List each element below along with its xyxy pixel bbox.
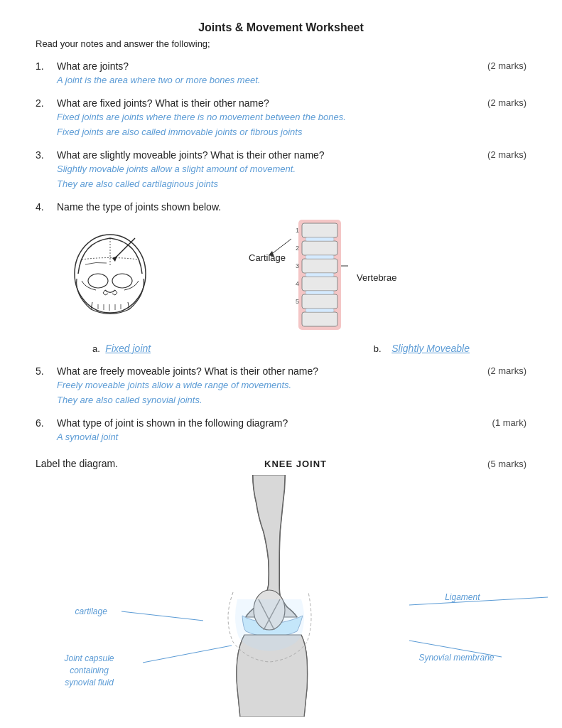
- diagrams-row: Cartilage: [57, 220, 526, 336]
- svg-rect-14: [302, 277, 337, 291]
- svg-rect-15: [302, 294, 337, 309]
- diagram-labels-row: a. Fixed joint b. Slightly Moveable: [57, 343, 526, 354]
- svg-rect-17: [306, 237, 334, 241]
- q2-text: What are fixed joints? What is their oth…: [57, 97, 269, 109]
- svg-text:4: 4: [296, 280, 299, 287]
- question-4: Name the type of joints shown below.: [57, 201, 526, 354]
- svg-rect-18: [306, 255, 334, 259]
- joint-capsule-annotation: Joint capsulecontainingsynovial fluid: [65, 653, 114, 688]
- q5-answer-1: Freely moveable joints allow a wide rang…: [57, 378, 526, 392]
- q5-text: What are freely moveable joints? What is…: [57, 365, 318, 377]
- label-a: Fixed joint: [105, 343, 151, 354]
- q2-answer-1: Fixed joints are joints where there is n…: [57, 110, 526, 124]
- question-1: What are joints? (2 marks) A joint is th…: [57, 60, 526, 87]
- label-diagram-text: Label the diagram.: [36, 458, 118, 469]
- knee-title-row: Label the diagram. KNEE JOINT (5 marks): [36, 458, 526, 469]
- knee-joint-title: KNEE JOINT: [118, 459, 473, 469]
- diagrams-section: Cartilage: [57, 220, 526, 354]
- svg-rect-12: [302, 241, 337, 255]
- q3-answer-2: They are also called cartilaginous joint…: [57, 177, 526, 191]
- cartilage-label-area: Cartilage: [249, 252, 286, 302]
- q1-text: What are joints?: [57, 60, 129, 72]
- label-b-area: b. Slightly Moveable: [374, 343, 470, 354]
- svg-text:1: 1: [296, 227, 299, 234]
- svg-rect-11: [302, 223, 337, 237]
- svg-point-3: [88, 274, 108, 288]
- q5-marks: (2 marks): [487, 365, 526, 376]
- q4-text: Name the type of joints shown below.: [57, 201, 221, 213]
- q6-answer: A synovial joint: [57, 430, 526, 444]
- svg-rect-20: [306, 291, 334, 294]
- svg-rect-16: [302, 312, 337, 326]
- knee-svg: [153, 475, 395, 717]
- vertebrae-label-area: Vertebrae: [357, 272, 396, 283]
- question-2: What are fixed joints? What is their oth…: [57, 97, 526, 139]
- question-3: What are slightly moveable joints? What …: [57, 149, 526, 191]
- label-a-prefix: a.: [92, 343, 102, 354]
- vertebrae-label: Vertebrae: [357, 272, 396, 283]
- question-6: What type of joint is shown in the follo…: [57, 417, 526, 444]
- q5-answer-2: They are also called synovial joints.: [57, 393, 526, 407]
- q3-text: What are slightly moveable joints? What …: [57, 149, 325, 161]
- spine-svg: 1 2 3 4 5: [291, 220, 348, 333]
- knee-diagram-container: cartilage Ligament Joint capsulecontaini…: [61, 475, 502, 717]
- cartilage-annotation: cartilage: [75, 606, 107, 616]
- svg-rect-21: [306, 309, 334, 312]
- svg-rect-13: [302, 259, 337, 273]
- cartilage-label: Cartilage: [249, 252, 286, 263]
- knee-section: Label the diagram. KNEE JOINT (5 marks): [36, 458, 526, 717]
- skull-svg: [57, 228, 163, 327]
- spine-diagram-area: Cartilage: [249, 220, 396, 336]
- svg-marker-1: [112, 256, 117, 262]
- intro-text: Read your notes and answer the following…: [36, 38, 526, 49]
- ligament-annotation: Ligament: [445, 592, 480, 602]
- label-b: Slightly Moveable: [391, 343, 470, 354]
- q3-answer-1: Slightly movable joints allow a slight a…: [57, 162, 526, 176]
- svg-rect-19: [306, 273, 334, 277]
- q2-answer-2: Fixed joints are also called immovable j…: [57, 125, 526, 139]
- svg-text:5: 5: [296, 298, 299, 305]
- synovial-membrane-annotation: Synovial membrane: [418, 653, 494, 663]
- skull-diagram: [57, 228, 163, 327]
- q2-marks: (2 marks): [487, 97, 526, 108]
- question-5: What are freely moveable joints? What is…: [57, 365, 526, 407]
- label-a-area: a. Fixed joint: [92, 343, 151, 354]
- page-title: Joints & Movement Worksheet: [36, 21, 526, 34]
- q6-text: What type of joint is shown in the follo…: [57, 417, 288, 429]
- q6-marks: (1 mark): [492, 417, 526, 428]
- svg-text:2: 2: [296, 245, 299, 252]
- svg-point-4: [112, 274, 132, 288]
- q3-marks: (2 marks): [487, 149, 526, 160]
- questions-section: What are joints? (2 marks) A joint is th…: [36, 60, 526, 444]
- svg-text:3: 3: [296, 262, 299, 269]
- label-b-prefix: b.: [374, 343, 389, 354]
- knee-marks: (5 marks): [487, 459, 526, 469]
- spine-svg-container: 1 2 3 4 5: [291, 220, 348, 336]
- q1-marks: (2 marks): [487, 60, 526, 71]
- q1-answer: A joint is the area where two or more bo…: [57, 73, 526, 87]
- svg-point-2: [75, 235, 146, 313]
